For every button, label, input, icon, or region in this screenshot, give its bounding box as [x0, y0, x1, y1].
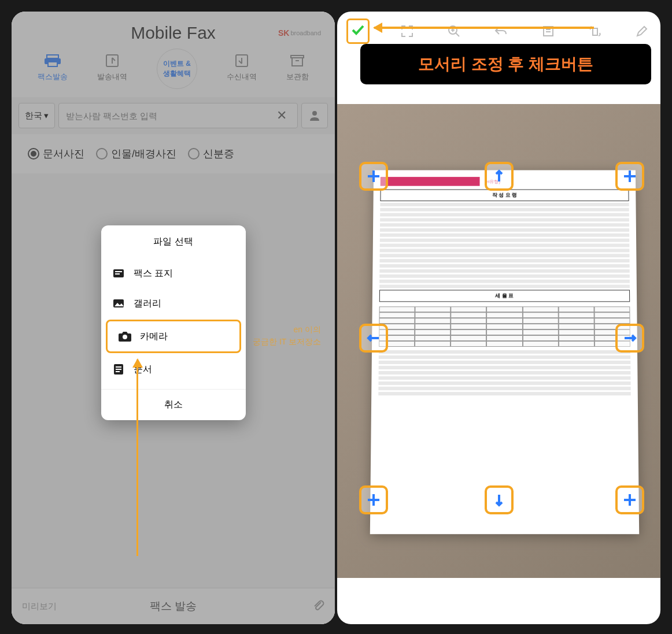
crop-handle-top-left[interactable]	[359, 162, 388, 191]
svg-rect-11	[115, 273, 120, 275]
zoom-button[interactable]	[445, 22, 463, 40]
crop-handle-top-right[interactable]	[615, 162, 644, 191]
undo-button[interactable]	[492, 22, 510, 40]
scanned-document: (H유형) 작 성 요 령 세 율 표	[370, 170, 639, 534]
crop-handle-top-mid[interactable]	[485, 162, 514, 191]
camera-icon	[118, 329, 132, 343]
modal-item-fax-cover[interactable]: 팩스 표지	[101, 258, 246, 288]
phone-left-mobile-fax: Mobile Fax SK broadband 팩스발송 발송내역 이벤트 &	[12, 12, 335, 624]
move-icon	[622, 169, 637, 184]
confirm-check-button[interactable]	[346, 18, 370, 44]
modal-cancel-button[interactable]: 취소	[101, 389, 246, 420]
gallery-icon	[112, 296, 125, 310]
svg-rect-18	[116, 371, 120, 372]
arrow-horizontal-icon	[622, 331, 637, 346]
svg-rect-17	[116, 369, 121, 370]
annotation-arrow-up	[136, 359, 138, 556]
watermark: en 이의 궁금한 IT 보저장소	[253, 324, 321, 348]
svg-rect-26	[593, 28, 597, 35]
file-select-modal: 파일 선택 팩스 표지 갤러리 카메라 문서 취소	[101, 225, 246, 420]
move-icon	[366, 492, 381, 507]
arrow-vertical-icon	[492, 492, 507, 507]
pencil-icon	[636, 25, 648, 38]
annotation-arrow-left	[374, 27, 594, 29]
svg-rect-16	[116, 366, 121, 368]
arrow-horizontal-icon	[366, 331, 381, 346]
svg-rect-10	[115, 271, 122, 272]
modal-title: 파일 선택	[101, 225, 246, 258]
crop-handle-mid-right[interactable]	[615, 324, 644, 353]
fax-cover-icon	[112, 266, 125, 280]
text-button[interactable]	[539, 22, 557, 40]
modal-item-document[interactable]: 문서	[101, 354, 246, 384]
fullscreen-button[interactable]	[398, 22, 416, 40]
phone-right-editor: 모서리 조정 후 체크버튼 (H유형) 작 성 요 령 세 율 표	[337, 12, 660, 624]
document-icon	[112, 362, 125, 376]
crop-handle-bottom-mid[interactable]	[485, 485, 514, 514]
svg-line-20	[456, 33, 459, 36]
annotation-callout: 모서리 조정 후 체크버튼	[360, 44, 651, 84]
check-icon	[350, 23, 365, 38]
svg-point-14	[123, 335, 127, 339]
rotate-button[interactable]	[586, 22, 604, 40]
modal-item-camera[interactable]: 카메라	[106, 320, 241, 353]
move-icon	[622, 492, 637, 507]
photo-crop-area[interactable]: (H유형) 작 성 요 령 세 율 표	[337, 104, 660, 578]
crop-handle-bottom-right[interactable]	[615, 485, 644, 514]
draw-button[interactable]	[633, 22, 651, 40]
crop-handle-bottom-left[interactable]	[359, 485, 388, 514]
modal-item-gallery[interactable]: 갤러리	[101, 288, 246, 318]
arrow-vertical-icon	[492, 169, 507, 184]
crop-handle-mid-left[interactable]	[359, 324, 388, 353]
move-icon	[366, 169, 381, 184]
